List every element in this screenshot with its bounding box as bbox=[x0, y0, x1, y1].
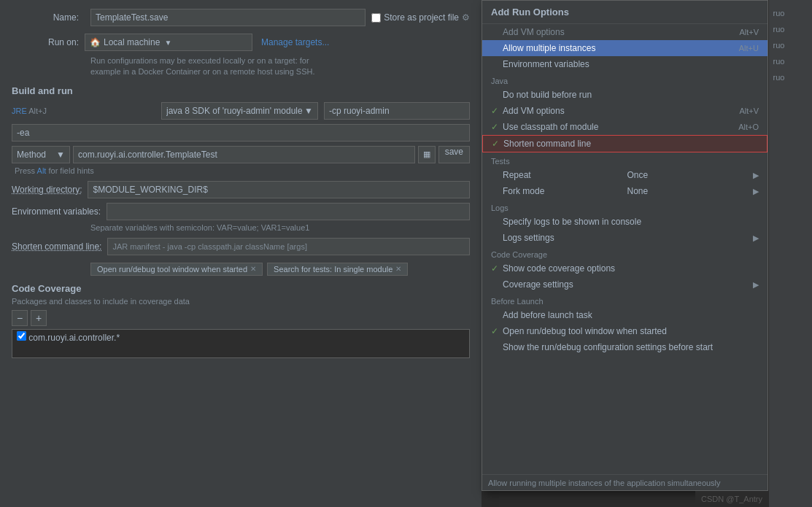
repeat-value: Once bbox=[627, 170, 748, 180]
menu-status-text: Allow running multiple instances of the … bbox=[488, 479, 721, 487]
class-input[interactable] bbox=[73, 146, 415, 163]
local-machine-text: Local machine bbox=[104, 37, 160, 47]
sidebar-item-1[interactable]: ruo bbox=[770, 6, 811, 20]
menu-show-settings[interactable]: Show the run/debug configuration setting… bbox=[482, 339, 767, 355]
sidebar-panel: ruo ruo ruo ruo ruo bbox=[768, 0, 812, 507]
method-chevron: ▼ bbox=[56, 150, 65, 160]
menu-fork-mode[interactable]: Fork mode None ▶ bbox=[482, 183, 767, 199]
use-classpath-check: ✓ bbox=[491, 122, 503, 132]
sdk-dropdown[interactable]: java 8 SDK of 'ruoyi-admin' module ▼ bbox=[161, 102, 318, 120]
shorten-input[interactable]: JAR manifest - java -cp classpath.jar cl… bbox=[107, 238, 470, 255]
tag-open-window-close[interactable]: ✕ bbox=[250, 265, 256, 273]
ea-row bbox=[12, 124, 470, 142]
sidebar-item-3[interactable]: ruo bbox=[770, 38, 811, 53]
jre-row: JRE Alt+J java 8 SDK of 'ruoyi-admin' mo… bbox=[12, 102, 470, 120]
menu-use-classpath[interactable]: ✓ Use classpath of module Alt+O bbox=[482, 119, 767, 135]
sidebar-item-4-label: ruo bbox=[773, 57, 785, 66]
add-vm-java-shortcut: Alt+V bbox=[739, 107, 759, 115]
sidebar-item-4[interactable]: ruo bbox=[770, 54, 811, 69]
sdk-dropdown-chevron: ▼ bbox=[304, 106, 313, 116]
run-on-dropdown[interactable]: 🏠 Local machine ▼ bbox=[85, 34, 252, 51]
menu-show-coverage[interactable]: ✓ Show code coverage options bbox=[482, 260, 767, 276]
coverage-item-label: com.ruoyi.ai.controller.* bbox=[28, 333, 120, 343]
menu-no-build[interactable]: Do not build before run bbox=[482, 87, 767, 103]
specify-logs-label: Specify logs to be shown in console bbox=[503, 217, 759, 227]
sidebar-item-2[interactable]: ruo bbox=[770, 22, 811, 36]
shorten-row: Shorten command line: JAR manifest - jav… bbox=[12, 238, 470, 255]
build-run-header: Build and run bbox=[12, 85, 470, 96]
logs-section-label: Logs bbox=[482, 199, 767, 214]
java-section-label: Java bbox=[482, 72, 767, 87]
coverage-add-btn[interactable]: + bbox=[31, 310, 47, 326]
menu-add-vm-java[interactable]: ✓ Add VM options Alt+V bbox=[482, 103, 767, 119]
jre-hint: JRE Alt+J bbox=[12, 107, 158, 115]
run-on-label: Run on: bbox=[12, 37, 85, 47]
tag-open-window-label: Open run/debug tool window when started bbox=[97, 265, 247, 274]
watermark-text: CSDN @T_Antry bbox=[701, 495, 762, 503]
add-vm-label: Add VM options bbox=[503, 27, 724, 37]
fork-mode-arrow: ▶ bbox=[753, 187, 759, 196]
save-button[interactable]: save bbox=[438, 146, 470, 163]
fork-mode-label: Fork mode bbox=[503, 186, 623, 196]
menu-status-bar: Allow running multiple instances of the … bbox=[482, 474, 767, 490]
menu-shorten-cmd[interactable]: ✓ Shorten command line bbox=[482, 135, 767, 152]
store-checkbox[interactable] bbox=[371, 13, 381, 23]
name-input[interactable] bbox=[90, 9, 366, 26]
menu-coverage-settings[interactable]: Coverage settings ▶ bbox=[482, 276, 767, 293]
working-dir-input[interactable] bbox=[88, 181, 470, 198]
cp-value: -cp ruoyi-admin bbox=[329, 106, 390, 116]
sidebar-item-5[interactable]: ruo bbox=[770, 70, 811, 85]
menu-title: Add Run Options bbox=[482, 1, 767, 24]
repeat-arrow: ▶ bbox=[753, 171, 759, 180]
manage-targets-link[interactable]: Manage targets... bbox=[261, 37, 329, 47]
env-input[interactable] bbox=[107, 203, 470, 220]
menu-specify-logs[interactable]: Specify logs to be shown in console bbox=[482, 214, 767, 230]
working-dir-row: Working directory: bbox=[12, 181, 470, 198]
shorten-label: Shorten command line: bbox=[12, 241, 107, 252]
coverage-table: com.ruoyi.ai.controller.* bbox=[12, 329, 470, 358]
tag-open-window[interactable]: Open run/debug tool window when started … bbox=[90, 263, 263, 276]
add-before-launch-label: Add before launch task bbox=[503, 310, 759, 320]
env-row: Environment variables: bbox=[12, 203, 470, 220]
jre-label: JRE bbox=[12, 107, 27, 115]
sidebar-item-3-label: ruo bbox=[773, 41, 785, 50]
no-build-label: Do not build before run bbox=[503, 90, 744, 100]
coverage-item-checkbox[interactable] bbox=[17, 331, 26, 341]
tag-search-tests[interactable]: Search for tests: In single module ✕ bbox=[267, 263, 408, 276]
store-checkbox-row: Store as project file ⚙ bbox=[371, 12, 470, 23]
sep-text: Separate variables with semicolon: VAR=v… bbox=[90, 223, 470, 232]
env-vars-label: Environment variables bbox=[503, 59, 744, 69]
sidebar-item-5-label: ruo bbox=[773, 73, 785, 82]
tag-search-close[interactable]: ✕ bbox=[395, 265, 401, 273]
name-row: Name: Store as project file ⚙ bbox=[12, 9, 470, 26]
logs-settings-label: Logs settings bbox=[503, 233, 747, 243]
menu-env-vars[interactable]: Environment variables bbox=[482, 56, 767, 72]
allow-multiple-label: Allow multiple instances bbox=[503, 43, 724, 53]
coverage-remove-btn[interactable]: − bbox=[12, 310, 28, 326]
cp-input[interactable]: -cp ruoyi-admin bbox=[324, 102, 470, 120]
sidebar-item-1-label: ruo bbox=[773, 9, 785, 18]
menu-repeat[interactable]: Repeat Once ▶ bbox=[482, 167, 767, 183]
dropdown-menu: Add Run Options Add VM options Alt+V All… bbox=[482, 0, 768, 491]
add-vm-java-label: Add VM options bbox=[503, 106, 724, 116]
repeat-label: Repeat bbox=[503, 170, 623, 180]
gear-icon: ⚙ bbox=[462, 12, 470, 23]
method-label: Method bbox=[17, 150, 46, 160]
menu-add-vm-header[interactable]: Add VM options Alt+V bbox=[482, 24, 767, 40]
env-label: Environment variables: bbox=[12, 206, 107, 217]
tag-search-label: Search for tests: In single module bbox=[274, 265, 393, 274]
code-coverage-section-label: Code Coverage bbox=[482, 246, 767, 260]
menu-allow-multiple[interactable]: Allow multiple instances Alt+U bbox=[482, 40, 767, 56]
coverage-item: com.ruoyi.ai.controller.* bbox=[12, 330, 469, 344]
ea-input[interactable] bbox=[12, 124, 470, 142]
press-hint: Press Alt for field hints bbox=[15, 166, 470, 175]
method-row: Method ▼ ▦ save bbox=[12, 146, 470, 163]
menu-logs-settings[interactable]: Logs settings ▶ bbox=[482, 230, 767, 246]
menu-open-window[interactable]: ✓ Open run/debug tool window when starte… bbox=[482, 323, 767, 339]
method-dropdown[interactable]: Method ▼ bbox=[12, 146, 70, 163]
store-label: Store as project file bbox=[384, 12, 459, 23]
menu-add-before-launch[interactable]: Add before launch task bbox=[482, 307, 767, 323]
use-classpath-label: Use classpath of module bbox=[503, 122, 724, 132]
before-launch-section-label: Before Launch bbox=[482, 293, 767, 307]
class-browse-btn[interactable]: ▦ bbox=[418, 146, 436, 163]
